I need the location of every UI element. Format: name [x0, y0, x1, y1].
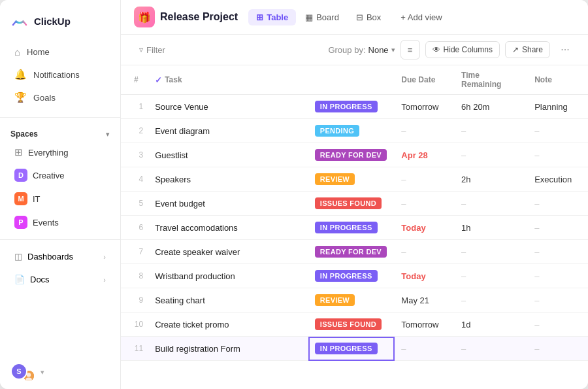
cell-status[interactable]: ISSUES FOUND [308, 313, 395, 337]
toolbar: ▿ Filter Group by: None ▾ ≡ 👁 Hide Colum… [121, 35, 588, 65]
table-row[interactable]: 7 Create speaker waiver READY FOR DEV – … [121, 240, 588, 264]
spaces-header: Spaces ▾ [0, 123, 120, 141]
cell-task[interactable]: Event diagram [148, 119, 308, 143]
check-all-icon[interactable]: ✓ [155, 75, 162, 85]
svg-point-3 [25, 377, 32, 381]
sidebar-logo: ClickUp [0, 0, 120, 38]
sidebar-item-goals-label: Goals [33, 93, 56, 103]
cell-status[interactable]: IN PROGRESS [308, 216, 395, 240]
cell-status[interactable]: ISSUES FOUND [308, 192, 395, 216]
cell-time-remaining: – [455, 119, 528, 143]
table-row[interactable]: 4 Speakers REVIEW – 2h Execution [121, 167, 588, 192]
cell-time-remaining: – [455, 240, 528, 264]
sidebar-nav: ⌂ Home 🔔 Notifications 🏆 Goals [0, 38, 120, 112]
cell-task[interactable]: Event budget [148, 192, 308, 216]
cell-task[interactable]: Guestlist [148, 143, 308, 167]
col-num: # [121, 65, 148, 95]
cell-time-remaining: 2h [455, 167, 528, 192]
cell-status[interactable]: PENDING [308, 119, 395, 143]
table-row[interactable]: 10 Create ticket promo ISSUES FOUND Tomo… [121, 313, 588, 337]
sidebar-item-events[interactable]: P Events [4, 211, 116, 233]
table-row[interactable]: 3 Guestlist READY FOR DEV Apr 28 – – [121, 143, 588, 167]
sidebar-item-home[interactable]: ⌂ Home [4, 41, 116, 63]
cell-due-date: May 21 [395, 288, 455, 313]
cell-task[interactable]: Create speaker waiver [148, 240, 308, 264]
status-badge: IN PROGRESS [315, 270, 378, 282]
table-row[interactable]: 11 Build registration Form IN PROGRESS –… [121, 337, 588, 361]
cell-time-remaining: – [455, 264, 528, 288]
sidebar-item-it-label: IT [33, 194, 41, 204]
sidebar-item-docs-label: Docs [30, 275, 50, 284]
table-row[interactable]: 1 Source Venue IN PROGRESS Tomorrow 6h 2… [121, 95, 588, 119]
share-button[interactable]: ↗ Share [505, 41, 550, 58]
cell-due-date: Apr 28 [395, 143, 455, 167]
spaces-chevron-icon[interactable]: ▾ [106, 130, 110, 139]
status-badge: READY FOR DEV [315, 149, 387, 161]
trophy-icon: 🏆 [14, 92, 27, 103]
cell-status[interactable]: READY FOR DEV [308, 240, 395, 264]
cell-time-remaining: 1d [455, 313, 528, 337]
sidebar-item-notifications[interactable]: 🔔 Notifications [4, 63, 116, 86]
cell-task[interactable]: Build registration Form [148, 337, 308, 361]
sidebar-item-everything[interactable]: ⊞ Everything [4, 142, 116, 163]
table-row[interactable]: 2 Event diagram PENDING – – – [121, 119, 588, 143]
table-row[interactable]: 6 Travel accomodations IN PROGRESS Today… [121, 216, 588, 240]
tab-board[interactable]: ▦ Board [297, 9, 347, 25]
cell-time-remaining: – [455, 143, 528, 167]
table-row[interactable]: 5 Event budget ISSUES FOUND – – – [121, 192, 588, 216]
cell-due-date: – [395, 337, 455, 361]
tasks-table: # ✓ Task Due Date Time Remaining [121, 65, 588, 361]
add-view-button[interactable]: + Add view [394, 9, 448, 25]
sidebar-item-creative[interactable]: D Creative [4, 164, 116, 186]
cell-status[interactable]: IN PROGRESS [308, 337, 395, 361]
user-profile[interactable]: S ▾ [0, 355, 120, 389]
filter-icon: ▿ [139, 45, 143, 54]
hide-columns-label: Hide Columns [444, 45, 493, 54]
table-row[interactable]: 9 Seating chart REVIEW May 21 – – [121, 288, 588, 313]
cell-status[interactable]: REVIEW [308, 167, 395, 192]
tab-box[interactable]: ⊟ Box [348, 9, 389, 25]
group-by-value: None [368, 45, 389, 55]
tab-board-label: Board [316, 12, 339, 22]
cell-note: – [528, 119, 588, 143]
cell-task[interactable]: Speakers [148, 167, 308, 192]
cell-num: 7 [121, 240, 148, 264]
table-row[interactable]: 8 Wristband production IN PROGRESS Today… [121, 264, 588, 288]
status-badge: READY FOR DEV [315, 246, 387, 258]
cell-status[interactable]: IN PROGRESS [308, 264, 395, 288]
cell-task[interactable]: Seating chart [148, 288, 308, 313]
columns-icon-button[interactable]: ≡ [400, 40, 420, 59]
sidebar-item-dashboards[interactable]: ◫ Dashboards › [4, 246, 116, 267]
svg-rect-0 [10, 12, 29, 30]
sidebar-item-notifications-label: Notifications [33, 70, 80, 80]
sidebar-item-events-label: Events [33, 218, 59, 228]
cell-note: – [528, 192, 588, 216]
cell-status[interactable]: READY FOR DEV [308, 143, 395, 167]
cell-status[interactable]: REVIEW [308, 288, 395, 313]
sidebar-item-goals[interactable]: 🏆 Goals [4, 86, 116, 109]
group-by-selector[interactable]: Group by: None ▾ [328, 45, 395, 55]
hide-columns-button[interactable]: 👁 Hide Columns [425, 41, 500, 58]
filter-button[interactable]: ▿ Filter [134, 42, 171, 58]
sidebar-item-it[interactable]: M IT [4, 188, 116, 210]
box-tab-icon: ⊟ [356, 12, 363, 22]
status-badge: REVIEW [315, 173, 355, 185]
more-options-button[interactable]: ··· [555, 40, 575, 59]
cell-num: 5 [121, 192, 148, 216]
cell-time-remaining: – [455, 192, 528, 216]
share-label: Share [522, 45, 543, 54]
cell-task[interactable]: Travel accomodations [148, 216, 308, 240]
hide-icon: 👁 [433, 45, 440, 54]
tab-box-label: Box [367, 12, 381, 22]
cell-num: 9 [121, 288, 148, 313]
sidebar-item-docs[interactable]: 📄 Docs › [4, 269, 116, 290]
cell-task[interactable]: Source Venue [148, 95, 308, 119]
avatar-primary: S [10, 363, 27, 380]
col-task-label: Task [165, 75, 182, 84]
tab-table[interactable]: ⊞ Table [248, 9, 296, 25]
cell-status[interactable]: IN PROGRESS [308, 95, 395, 119]
cell-task[interactable]: Wristband production [148, 264, 308, 288]
cell-due-date: – [395, 167, 455, 192]
cell-task[interactable]: Create ticket promo [148, 313, 308, 337]
group-by-chevron-icon: ▾ [391, 46, 395, 54]
